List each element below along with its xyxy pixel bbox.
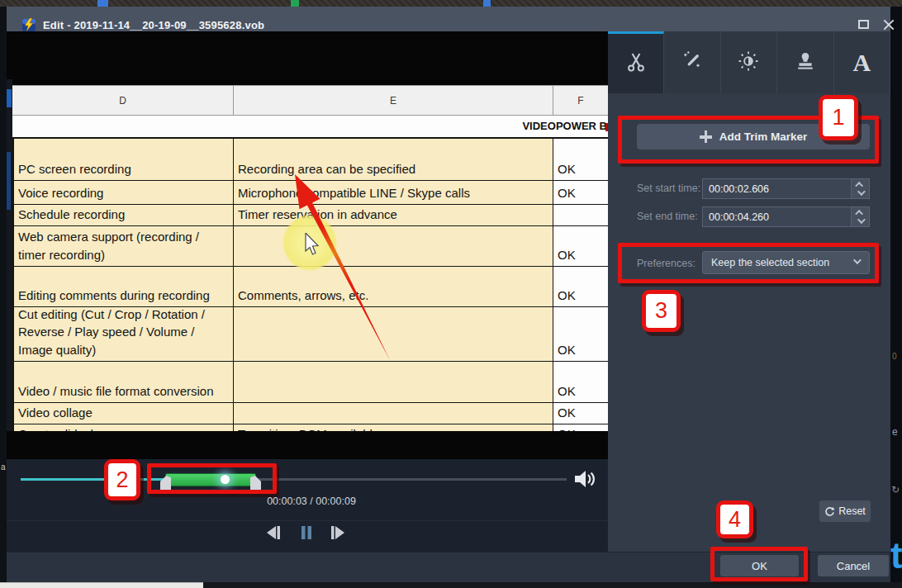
tab-effects[interactable] (664, 31, 720, 93)
background-glyph: t (890, 535, 902, 576)
column-header: F (553, 86, 608, 115)
start-time-value: 00:00:02.606 (709, 183, 769, 195)
table-cell: OK (553, 362, 608, 402)
taskbar-icon (97, 0, 108, 7)
desktop-bottom-window-edge (0, 582, 203, 588)
red-arrow-annotation (248, 157, 413, 372)
desktop-left-strip: a (0, 7, 7, 588)
step-forward-button[interactable] (329, 524, 349, 541)
step-callout-2: 2 (104, 459, 140, 500)
column-header: D (12, 86, 234, 115)
clipped-red-text (605, 123, 608, 131)
timeline-played-segment[interactable] (21, 478, 165, 481)
end-time-value: 00:00:04.260 (709, 211, 769, 223)
maximize-button[interactable] (858, 20, 869, 29)
tab-adjust[interactable] (721, 31, 777, 93)
start-time-spinner[interactable] (851, 179, 869, 198)
table-row: Create slideshowTransition, BGM availabl… (14, 424, 608, 431)
start-time-input[interactable]: 00:00:02.606 (702, 178, 870, 199)
reset-icon (824, 506, 835, 517)
table-cell: Schedule recording (14, 205, 234, 225)
table-row: Video collageOK (14, 402, 608, 424)
table-cell: OK (553, 267, 608, 306)
pause-button[interactable] (297, 524, 316, 541)
set-start-time-label: Set start time: (637, 183, 700, 194)
window-title: Edit - 2019-11-14__20-19-09__3595628.vob (43, 19, 264, 31)
table-cell: PC screen recording (14, 139, 234, 180)
screen: a 0 e ↻ t Edit - 2019-11-14__20-19-09__3… (0, 0, 902, 588)
app-icon (21, 17, 36, 32)
table-cell: OK (553, 181, 608, 204)
table-cell (234, 403, 553, 424)
step-callout-1: 1 (819, 95, 858, 140)
reset-label: Reset (838, 505, 866, 517)
table-cell: Voice recording (14, 181, 234, 204)
annotation-box-preferences (618, 243, 879, 283)
time-display: 00:00:03 / 00:00:09 (229, 496, 394, 507)
background-glyph: 0 (892, 352, 897, 361)
annotation-box-trim-bar (147, 463, 277, 494)
volume-icon[interactable] (573, 469, 598, 489)
table-cell (553, 205, 608, 225)
table-cell: OK (553, 403, 608, 424)
background-glyph: a (1, 462, 6, 472)
background-glyph: ↻ (891, 484, 900, 496)
sheet-banner-text: VIDEOPOWER B (12, 116, 608, 137)
step-callout-4: 4 (716, 500, 753, 538)
tab-text[interactable]: A (834, 31, 890, 93)
column-header: E (234, 86, 553, 115)
end-time-input[interactable]: 00:00:04.260 (702, 206, 870, 227)
table-cell: Cut editing (Cut / Crop / Rotation / Rev… (14, 307, 234, 361)
close-button[interactable] (882, 18, 895, 31)
step-backward-button[interactable] (264, 524, 284, 541)
brightness-contrast-icon (737, 50, 760, 76)
table-cell: OK (553, 139, 608, 180)
table-cell: OK (553, 226, 608, 266)
table-cell: Video / music file format conversion (14, 362, 234, 402)
table-cell: Video collage (14, 403, 234, 424)
desktop-right-strip: 0 e ↻ t (890, 7, 902, 588)
step-callout-3: 3 (642, 290, 681, 332)
video-desktop-sliver (7, 79, 12, 431)
titlebar[interactable]: Edit - 2019-11-14__20-19-09__3595628.vob (7, 7, 890, 31)
timeline-remaining-segment[interactable] (256, 478, 567, 481)
tab-trim[interactable] (608, 31, 664, 93)
stamp-icon (794, 50, 817, 76)
cancel-button[interactable]: Cancel (818, 555, 889, 576)
annotation-box-ok (710, 547, 808, 581)
tab-watermark[interactable] (777, 31, 833, 93)
scissors-icon (624, 50, 648, 77)
reset-button[interactable]: Reset (819, 500, 871, 522)
table-cell: Create slideshow (14, 424, 234, 431)
desktop-bottom-strip (203, 582, 902, 588)
table-cell: Editing comments during recording (14, 267, 234, 306)
table-cell: Web camera support (recording / timer re… (14, 226, 234, 266)
mouse-cursor (305, 233, 323, 258)
spreadsheet-column-headers: D E F (12, 85, 608, 116)
taskbar-icon (483, 0, 491, 7)
set-end-time-label: Set end time: (637, 211, 698, 222)
end-time-spinner[interactable] (851, 207, 869, 226)
table-cell: Transition, BGM available (234, 424, 553, 431)
divider (7, 520, 608, 521)
background-glyph: e (892, 426, 898, 438)
tool-tabs: A (608, 31, 890, 93)
magic-wand-icon (681, 50, 704, 76)
taskbar-icon (291, 0, 299, 7)
text-icon: A (852, 49, 871, 77)
table-cell: OK (553, 424, 608, 431)
table-cell: OK (553, 307, 608, 361)
desktop-top-strip (0, 0, 902, 7)
